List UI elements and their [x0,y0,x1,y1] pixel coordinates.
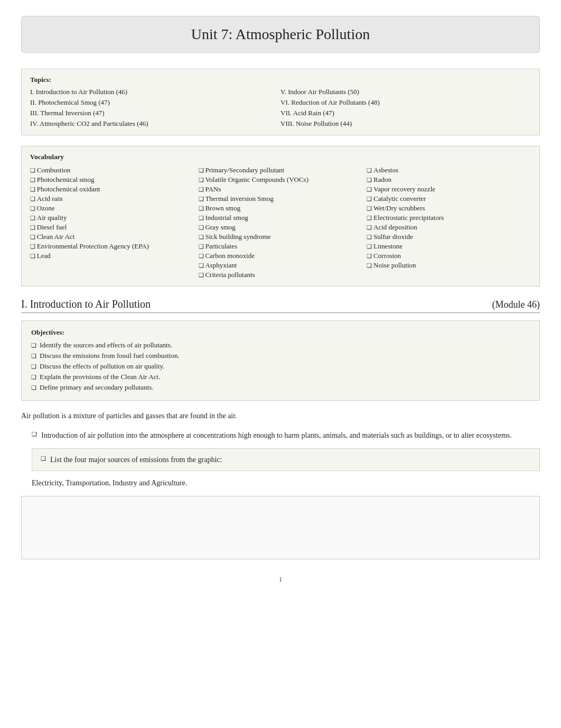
vocab-label: Vocabulary [30,153,531,161]
vocab-grid: CombustionPhotochemical smogPhotochemica… [30,165,531,280]
objective-item-4: Define primary and secondary pollutants. [31,382,530,393]
vocab-item-vocab-col2-7: Sick building syndrome [199,232,363,242]
vocab-item-vocab-col2-1: Volatile Organic Compounds (VOCs) [199,175,363,185]
objectives-label: Objectives: [31,328,530,337]
page-number: 1 [21,575,540,584]
vocab-item-vocab-col1-1: Photochemical smog [30,175,194,185]
vocab-item-vocab-col3-3: Catalytic converter [367,194,531,204]
vocab-col-3: AsbestosRadonVapor recovery nozzleCataly… [367,165,531,280]
bullet-item-1: Introduction of air pollution into the a… [21,430,540,441]
vocab-item-vocab-col2-3: Thermal inversion Smog [199,194,363,204]
topic-item-5: VII. Acid Rain (47) [280,108,531,118]
objective-item-1: Discuss the emissions from fossil fuel c… [31,351,530,361]
vocab-item-vocab-col3-6: Acid deposition [367,223,531,232]
vocab-item-vocab-col1-5: Air quality [30,213,194,223]
topic-item-0: I. Introduction to Air Pollution (46) [30,87,280,97]
vocab-col-2: Primary/Secondary pollutantVolatile Orga… [199,165,363,280]
vocab-item-vocab-col1-3: Acid rain [30,194,194,204]
vocab-item-vocab-col2-2: PANs [199,185,363,194]
topic-item-4: III. Thermal Inversion (47) [30,108,280,118]
topic-item-7: VIII. Noise Pollution (44) [280,119,531,128]
vocab-item-vocab-col2-0: Primary/Secondary pollutant [199,165,363,175]
section1-title: I. Introduction to Air Pollution [21,298,151,310]
vocab-item-vocab-col2-9: Carbon monoxide [199,251,363,261]
objectives-list: Identify the sources and effects of air … [31,340,530,393]
vocab-item-vocab-col2-11: Criteria pollutants [199,270,363,280]
answer-text: Electricity, Transportation, Industry an… [21,477,540,489]
sub-bullet-box: List the four major sources of emissions… [32,448,540,471]
vocab-col-1: CombustionPhotochemical smogPhotochemica… [30,165,194,280]
vocab-item-vocab-col3-5: Electrostatic precipitators [367,213,531,223]
vocab-item-vocab-col3-10: Noise pollution [367,261,531,270]
intro-paragraph: Air pollution is a mixture of particles … [21,410,540,421]
sub-bullet-item: List the four major sources of emissions… [41,454,531,465]
vocabulary-box: Vocabulary CombustionPhotochemical smogP… [21,146,540,287]
topic-item-2: II. Photochemical Smog (47) [30,98,280,107]
topic-item-1: V. Indoor Air Pollutants (50) [280,87,531,97]
topics-box: Topics: I. Introduction to Air Pollution… [21,69,540,135]
topic-item-6: IV. Atmospheric CO2 and Particulates (46… [30,119,280,128]
objective-item-0: Identify the sources and effects of air … [31,340,530,351]
section1-module: (Module 46) [492,299,540,310]
objectives-box: Objectives: Identify the sources and eff… [21,320,540,401]
topics-label: Topics: [30,76,531,84]
vocab-item-vocab-col1-8: Environmental Protection Agency (EPA) [30,242,194,251]
vocab-item-vocab-col2-4: Brown smog [199,204,363,213]
vocab-item-vocab-col3-9: Corrosion [367,251,531,261]
section1-heading: I. Introduction to Air Pollution (Module… [21,298,540,313]
sub-bullet-text: List the four major sources of emissions… [50,454,222,465]
vocab-item-vocab-col3-1: Radon [367,175,531,185]
vocab-item-vocab-col1-7: Clean Air Act [30,232,194,242]
blank-area [21,496,540,559]
vocab-item-vocab-col2-5: Industrial smog [199,213,363,223]
objective-item-2: Discuss the effects of pollution on air … [31,361,530,372]
objective-item-3: Explain the provisions of the Clean Air … [31,372,530,382]
vocab-item-vocab-col1-9: Lead [30,251,194,261]
vocab-item-vocab-col1-0: Combustion [30,165,194,175]
page-title: Unit 7: Atmospheric Pollution [32,26,529,43]
vocab-item-vocab-col3-7: Sulfur dioxide [367,232,531,242]
vocab-item-vocab-col1-2: Photochemical oxidant [30,185,194,194]
vocab-item-vocab-col1-6: Diesel fuel [30,223,194,232]
vocab-item-vocab-col2-10: Asphyxiant [199,261,363,270]
topic-item-3: VI. Reduction of Air Pollutants (48) [280,98,531,107]
topics-grid: I. Introduction to Air Pollution (46)V. … [30,87,531,128]
vocab-item-vocab-col1-4: Ozone [30,204,194,213]
title-box: Unit 7: Atmospheric Pollution [21,16,540,53]
vocab-item-vocab-col2-8: Particulates [199,242,363,251]
vocab-item-vocab-col3-2: Vapor recovery nozzle [367,185,531,194]
vocab-item-vocab-col2-6: Gray smog [199,223,363,232]
vocab-item-vocab-col3-0: Asbestos [367,165,531,175]
bullet1-text: Introduction of air pollution into the a… [41,430,512,441]
vocab-item-vocab-col3-4: Wet/Dry scrubbers [367,204,531,213]
vocab-item-vocab-col3-8: Limestone [367,242,531,251]
